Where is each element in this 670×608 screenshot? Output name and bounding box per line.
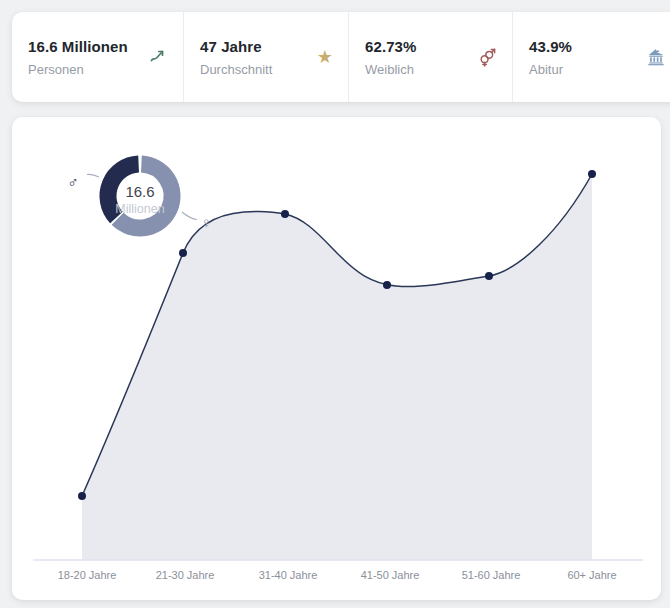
kpi-label: Durchschnitt [200, 62, 272, 77]
kpi-value: 47 Jahre [200, 38, 272, 55]
x-tick-label: 18-20 Jahre [58, 569, 117, 581]
kpi-label: Abitur [529, 62, 572, 77]
female-callout-line [182, 212, 197, 220]
gender-icon [477, 47, 497, 67]
kpi-text: 16.6 Millionen Personen [28, 38, 128, 77]
kpi-text: 43.9% Abitur [529, 38, 572, 77]
area-chart: 18-20 Jahre 21-30 Jahre 31-40 Jahre 41-5… [12, 117, 661, 600]
kpi-card-durchschnitt: 47 Jahre Durchschnitt ★ [183, 12, 348, 102]
star-icon: ★ [317, 48, 333, 66]
kpi-card-weiblich: 62.73% Weiblich [348, 12, 512, 102]
donut-center-label: Millionen [115, 202, 164, 216]
kpi-card-personen: 16.6 Millionen Personen [12, 12, 183, 102]
female-symbol: ♀ [200, 214, 211, 231]
kpi-text: 62.73% Weiblich [365, 38, 416, 77]
x-tick-label: 31-40 Jahre [259, 569, 318, 581]
kpi-card-abitur: 43.9% Abitur [512, 12, 670, 102]
donut-center-value: 16.6 [125, 183, 154, 200]
data-point-60plus[interactable] [588, 170, 596, 178]
age-distribution-chart-card: 18-20 Jahre 21-30 Jahre 31-40 Jahre 41-5… [12, 117, 661, 600]
male-callout-line [87, 174, 99, 177]
kpi-text: 47 Jahre Durchschnitt [200, 38, 272, 77]
kpi-label: Personen [28, 62, 128, 77]
kpi-strip: 16.6 Millionen Personen 47 Jahre Durchsc… [12, 12, 670, 102]
kpi-value: 62.73% [365, 38, 416, 55]
kpi-value: 43.9% [529, 38, 572, 55]
x-tick-label: 51-60 Jahre [462, 569, 521, 581]
data-point-51-60[interactable] [485, 272, 493, 280]
data-point-31-40[interactable] [281, 210, 289, 218]
kpi-value: 16.6 Millionen [28, 38, 128, 55]
data-point-41-50[interactable] [383, 281, 391, 289]
x-tick-label: 41-50 Jahre [361, 569, 420, 581]
x-tick-label: 21-30 Jahre [156, 569, 215, 581]
data-point-18-20[interactable] [78, 492, 86, 500]
data-point-21-30[interactable] [179, 249, 187, 257]
kpi-label: Weiblich [365, 62, 416, 77]
bank-icon [647, 48, 665, 66]
trending-up-icon [150, 48, 168, 66]
x-tick-label: 60+ Jahre [567, 569, 616, 581]
gender-donut-chart: 16.6 Millionen [108, 164, 172, 228]
male-symbol: ♂ [67, 173, 78, 190]
